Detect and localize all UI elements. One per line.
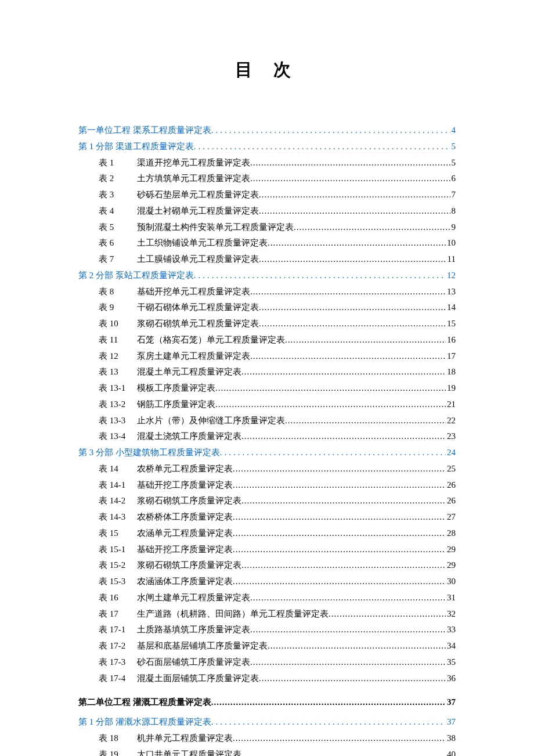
toc-leader <box>233 525 446 542</box>
toc-entry[interactable]: 表 16水闸土建单元工程质量评定表31 <box>78 590 456 606</box>
toc-leader <box>194 139 450 155</box>
toc-leader <box>241 747 446 757</box>
toc-table-number: 表 15 <box>99 525 134 542</box>
toc-table-title: 农涵单元工程质量评定表 <box>134 525 233 542</box>
toc-leader <box>211 694 446 711</box>
toc-entry[interactable]: 第 1 分部 灌溉水源工程质量评定表37 <box>78 714 456 730</box>
toc-entry[interactable]: 表 17-2基层和底基层铺填工序质量评定表34 <box>78 638 456 654</box>
toc-entry[interactable]: 表 7土工膜铺设单元工程质量评定表11 <box>78 251 456 268</box>
toc-entry[interactable]: 表 13-2钢筋工序质量评定表21 <box>78 397 456 413</box>
toc-table-title: 钢筋工序质量评定表 <box>134 397 215 413</box>
toc-page-number: 40 <box>446 747 456 757</box>
toc-entry[interactable]: 表 6土工织物铺设单元工程质量评定表10 <box>78 235 456 251</box>
toc-table-title: 混凝土面层铺筑工序质量评定表 <box>134 671 259 687</box>
toc-entry[interactable]: 表 8基础开挖单元工程质量评定表13 <box>78 284 456 300</box>
toc-table-number: 表 6 <box>99 235 134 251</box>
toc-table-number: 表 13-4 <box>99 429 134 445</box>
toc-page-number: 25 <box>446 461 456 477</box>
toc-entry[interactable]: 表 5预制混凝土构件安装单元工程质量评定表9 <box>78 219 456 236</box>
toc-table-number: 表 9 <box>99 300 134 316</box>
toc-table-title: 泵房土建单元工程质量评定表 <box>134 348 250 365</box>
toc-table-title: 模板工序质量评定表 <box>134 380 215 397</box>
toc-entry[interactable]: 表 13-3止水片（带）及伸缩缝工序质量评定表22 <box>78 413 456 429</box>
toc-table-title: 浆砌石砌筑工序质量评定表 <box>134 493 241 509</box>
toc-section-label: 第二单位工程 灌溉工程质量评定表 <box>78 694 211 711</box>
toc-leader <box>294 219 450 236</box>
toc-page-number: 14 <box>446 300 456 316</box>
toc-entry[interactable]: 表 11石笼（格宾石笼）单元工程质量评定表16 <box>78 332 456 348</box>
toc-entry[interactable]: 表 15农涵单元工程质量评定表28 <box>78 525 456 542</box>
toc-entry[interactable]: 表 17-3砂石面层铺筑工序质量评定表35 <box>78 654 456 671</box>
toc-table-title: 石笼（格宾石笼）单元工程质量评定表 <box>134 332 285 348</box>
toc-table-title: 大口井单元工程质量评定表 <box>134 747 241 757</box>
toc-table-title: 混凝土衬砌单元工程质量评定表 <box>134 203 259 219</box>
toc-page-number: 7 <box>450 187 456 203</box>
toc-entry[interactable]: 表 15-2浆砌石砌筑工序质量评定表29 <box>78 557 456 574</box>
toc-page-number: 27 <box>446 509 456 525</box>
toc-table-title: 土工膜铺设单元工程质量评定表 <box>134 251 259 268</box>
toc-page-number: 37 <box>446 714 456 730</box>
toc-leader <box>250 155 450 171</box>
toc-page-number: 19 <box>446 380 456 397</box>
toc-table-title: 砂石面层铺筑工序质量评定表 <box>134 654 250 671</box>
toc-leader <box>259 203 450 219</box>
toc-entry[interactable]: 表 10浆砌石砌筑单元工程质量评定表15 <box>78 316 456 332</box>
toc-page-number: 15 <box>446 316 456 332</box>
toc-table-number: 表 17-1 <box>99 622 134 638</box>
toc-entry[interactable]: 表 14-3农桥桥体工序质量评定表27 <box>78 509 456 525</box>
toc-entry[interactable]: 第一单位工程 渠系工程质量评定表4 <box>78 123 456 139</box>
toc-entry[interactable]: 表 1渠道开挖单元工程质量评定表5 <box>78 155 456 171</box>
toc-section-label: 第 3 分部 小型建筑物工程质量评定表 <box>78 445 220 461</box>
toc-entry[interactable]: 表 2土方填筑单元工程质量评定表6 <box>78 171 456 187</box>
toc-page-number: 22 <box>446 413 456 429</box>
toc-table-number: 表 15-3 <box>99 574 134 590</box>
toc-page-number: 21 <box>446 397 456 413</box>
toc-page-number: 5 <box>450 155 456 171</box>
toc-entry[interactable]: 表 13-4混凝土浇筑工序质量评定表23 <box>78 429 456 445</box>
toc-entry[interactable]: 第 3 分部 小型建筑物工程质量评定表24 <box>78 445 456 461</box>
toc-table-number: 表 3 <box>99 187 134 203</box>
toc-entry[interactable]: 表 17生产道路（机耕路、田间路）单元工程质量评定表32 <box>78 606 456 622</box>
toc-entry[interactable]: 第二单位工程 灌溉工程质量评定表37 <box>78 694 456 711</box>
toc-entry[interactable]: 表 3砂砾石垫层单元工程质量评定表7 <box>78 187 456 203</box>
toc-table-title: 砂砾石垫层单元工程质量评定表 <box>134 187 259 203</box>
toc-page-number: 13 <box>446 284 456 300</box>
toc-page-number: 35 <box>446 654 456 671</box>
toc-entry[interactable]: 表 13-1模板工序质量评定表19 <box>78 380 456 397</box>
toc-entry[interactable]: 表 12泵房土建单元工程质量评定表17 <box>78 348 456 365</box>
toc-entry[interactable]: 表 13混凝土单元工程质量评定表18 <box>78 364 456 380</box>
toc-entry[interactable]: 表 9干砌石砌体单元工程质量评定表14 <box>78 300 456 316</box>
toc-entry[interactable]: 第 1 分部 渠道工程质量评定表5 <box>78 139 456 155</box>
toc-table-title: 浆砌石砌筑单元工程质量评定表 <box>134 316 259 332</box>
toc-leader <box>211 123 450 139</box>
toc-page-number: 29 <box>446 557 456 574</box>
toc-table-number: 表 5 <box>99 219 134 236</box>
toc-table-number: 表 15-2 <box>99 557 134 574</box>
toc-entry[interactable]: 表 14农桥单元工程质量评定表25 <box>78 461 456 477</box>
toc-leader <box>259 316 446 332</box>
toc-entry[interactable]: 表 18机井单元工程质量评定表38 <box>78 730 456 747</box>
toc-leader <box>194 268 446 284</box>
toc-page-number: 9 <box>450 219 456 236</box>
toc-table-number: 表 11 <box>99 332 134 348</box>
toc-table-number: 表 17 <box>99 606 134 622</box>
toc-entry[interactable]: 表 17-4混凝土面层铺筑工序质量评定表36 <box>78 671 456 687</box>
toc-page-number: 12 <box>446 268 456 284</box>
toc-entry[interactable]: 表 14-1基础开挖工序质量评定表26 <box>78 477 456 494</box>
toc-entry[interactable]: 第 2 分部 泵站工程质量评定表12 <box>78 268 456 284</box>
toc-table-title: 水闸土建单元工程质量评定表 <box>134 590 250 606</box>
toc-leader <box>233 542 446 558</box>
toc-entry[interactable]: 表 4混凝土衬砌单元工程质量评定表8 <box>78 203 456 219</box>
toc-leader <box>259 671 446 687</box>
toc-page-number: 36 <box>446 671 456 687</box>
toc-leader <box>215 397 446 413</box>
toc-entry[interactable]: 表 15-1基础开挖工序质量评定表29 <box>78 542 456 558</box>
toc-table-number: 表 14-2 <box>99 493 134 509</box>
toc-page-number: 26 <box>446 477 456 494</box>
toc-leader <box>329 606 446 622</box>
toc-entry[interactable]: 表 15-3农涵涵体工序质量评定表30 <box>78 574 456 590</box>
toc-entry[interactable]: 表 17-1土质路基填筑工序质量评定表33 <box>78 622 456 638</box>
toc-entry[interactable]: 表 19大口井单元工程质量评定表40 <box>78 747 456 757</box>
toc-table-number: 表 13-2 <box>99 397 134 413</box>
toc-entry[interactable]: 表 14-2浆砌石砌筑工序质量评定表26 <box>78 493 456 509</box>
